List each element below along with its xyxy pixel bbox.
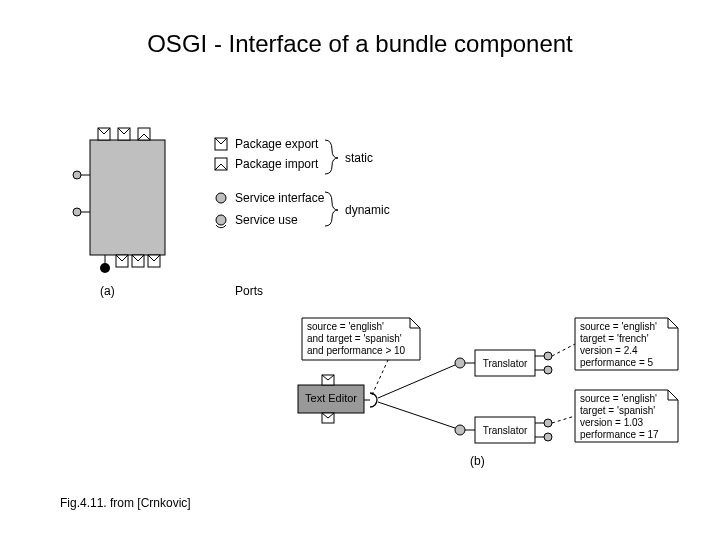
bottom-import-1 <box>116 255 128 267</box>
legend-static: static <box>345 151 373 165</box>
svg-point-29 <box>544 352 552 360</box>
top-tab-export-2 <box>118 128 130 140</box>
texteditor-box: Text Editor <box>298 375 364 423</box>
note-2: source = 'english' target = 'french' ver… <box>575 318 678 370</box>
note-3: source = 'english' target = 'spanish' ve… <box>575 390 678 442</box>
left-lollipop-1 <box>73 171 90 179</box>
svg-text:version = 1.03: version = 1.03 <box>580 417 644 428</box>
label-b: (b) <box>470 454 485 468</box>
svg-point-4 <box>73 171 81 179</box>
brace-static <box>325 140 338 174</box>
svg-text:Translator: Translator <box>483 425 528 436</box>
note1-link <box>372 360 388 395</box>
legend-dynamic: dynamic <box>345 203 390 217</box>
svg-text:target = 'spanish': target = 'spanish' <box>580 405 655 416</box>
note-1: source = 'english' and target = 'spanish… <box>302 318 420 360</box>
svg-text:performance = 5: performance = 5 <box>580 357 654 368</box>
bottom-service-use <box>100 255 110 273</box>
legend-pkg-import: Package import <box>235 157 319 171</box>
texteditor-socket <box>370 393 377 407</box>
note2-link <box>552 344 575 356</box>
svg-point-24 <box>455 358 465 368</box>
svg-point-32 <box>455 425 465 435</box>
svg-text:source = 'english': source = 'english' <box>580 321 657 332</box>
diagram-svg: (a) Package export Package import static… <box>0 0 720 540</box>
svg-text:and performance > 10: and performance > 10 <box>307 345 406 356</box>
legend-svc-interface: Service interface <box>235 191 325 205</box>
svg-point-8 <box>100 263 110 273</box>
svg-text:source = 'english': source = 'english' <box>307 321 384 332</box>
svg-point-15 <box>216 215 226 225</box>
svg-text:version = 2.4: version = 2.4 <box>580 345 638 356</box>
svg-text:Translator: Translator <box>483 358 528 369</box>
legend-svc-use: Service use <box>235 213 298 227</box>
top-tab-import <box>138 128 150 140</box>
svg-point-14 <box>216 193 226 203</box>
note3-link <box>552 416 575 423</box>
component-box <box>90 140 165 255</box>
legend-pkg-export-icon <box>215 138 227 150</box>
brace-dynamic <box>325 192 338 226</box>
left-lollipop-2 <box>73 208 90 216</box>
link-to-translator1 <box>378 365 455 398</box>
label-a: (a) <box>100 284 115 298</box>
svg-text:and target = 'spanish': and target = 'spanish' <box>307 333 402 344</box>
svg-point-39 <box>544 433 552 441</box>
svg-text:performance = 17: performance = 17 <box>580 429 659 440</box>
legend-svc-use-icon <box>216 215 226 228</box>
svg-text:target = 'french': target = 'french' <box>580 333 649 344</box>
svg-text:Text Editor: Text Editor <box>305 392 357 404</box>
top-tab-export <box>98 128 110 140</box>
bottom-import-3 <box>148 255 160 267</box>
translator-2: Translator <box>455 417 552 443</box>
svg-text:source = 'english': source = 'english' <box>580 393 657 404</box>
translator-1: Translator <box>455 350 552 376</box>
svg-point-37 <box>544 419 552 427</box>
svg-point-31 <box>544 366 552 374</box>
link-to-translator2 <box>378 402 455 428</box>
svg-point-6 <box>73 208 81 216</box>
figure-caption: Fig.4.11. from [Crnkovic] <box>60 496 191 510</box>
legend-pkg-import-icon <box>215 158 227 170</box>
legend-pkg-export: Package export <box>235 137 319 151</box>
label-ports: Ports <box>235 284 263 298</box>
bottom-import-2 <box>132 255 144 267</box>
legend-svc-interface-icon <box>216 193 226 203</box>
